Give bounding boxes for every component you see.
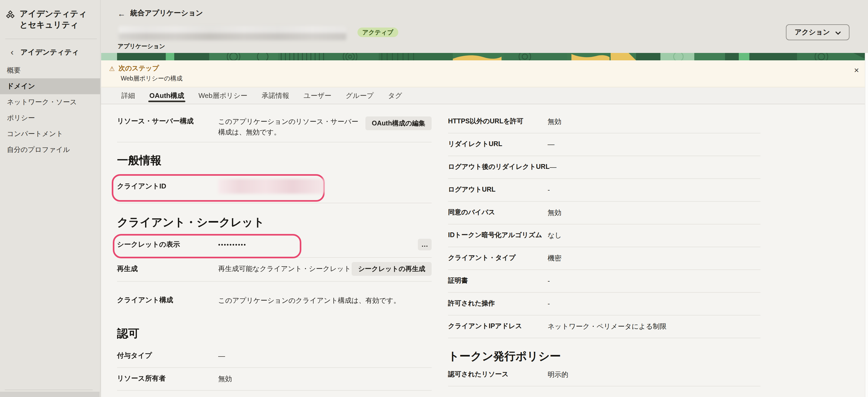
sidebar-item-compartments[interactable]: コンパートメント <box>0 126 100 142</box>
sidebar-header: アイデンティティとセキュリティ <box>0 0 100 31</box>
tab-tags[interactable]: タグ <box>388 87 402 104</box>
status-badge: アクティブ <box>358 28 398 37</box>
vertical-scrollbar[interactable] <box>865 53 868 397</box>
sidebar-back-link[interactable]: ‹ アイデンティティ <box>0 39 100 62</box>
client-id-row: クライアントID <box>117 174 432 199</box>
client-secret-heading: クライアント・シークレット <box>117 215 432 230</box>
row-value: 再生成可能なクライアント・シークレット <box>218 264 352 274</box>
row-value: — <box>218 351 432 362</box>
sidebar: アイデンティティとセキュリティ ‹ アイデンティティ 概要 ドメイン ネットワー… <box>0 0 101 397</box>
decorative-banner <box>101 53 868 60</box>
logout-url-row: ログアウトURL - <box>448 179 761 201</box>
row-value: 無効 <box>218 374 432 384</box>
identity-security-icon <box>6 10 15 31</box>
regenerate-secret-button[interactable]: シークレットの再生成 <box>352 262 432 276</box>
breadcrumb-back-link[interactable]: ← 統合アプリケーション <box>118 8 203 18</box>
tab-bar: 詳細 OAuth構成 Web層ポリシー 承諾情報 ユーザー グループ タグ <box>101 87 868 104</box>
row-label: 許可された操作 <box>448 299 548 308</box>
row-label: 再生成 <box>117 264 218 274</box>
client-ip-row: クライアントIPアドレス ネットワーク・ペリメータによる制限 <box>448 316 761 338</box>
row-value: - <box>548 276 761 286</box>
row-label: クライアントID <box>117 181 218 191</box>
tab-web-tier-policy[interactable]: Web層ポリシー <box>198 87 247 104</box>
row-label: クライアント・タイプ <box>448 253 548 263</box>
row-label: ログアウトURL <box>448 185 548 194</box>
warning-icon: ⚠ <box>109 65 115 72</box>
row-value: なし <box>548 230 761 241</box>
url-settings-panel: HTTPS以外のURLを許可 無効 リダイレクトURL — ログアウト後のリダイ… <box>448 109 761 387</box>
page-header: ← 統合アプリケーション アクティブ アプリケーション アクション <box>101 0 868 53</box>
row-value: このアプリケーションのリソース・サーバー構成は、無効です。 <box>218 117 364 138</box>
row-value: 機密 <box>548 253 761 264</box>
post-logout-redirect-url-row: ログアウト後のリダイレクトURL — <box>448 156 761 178</box>
tab-details[interactable]: 詳細 <box>121 87 135 104</box>
alert-title: 次のステップ <box>119 64 159 73</box>
client-type-row: クライアント・タイプ 機密 <box>448 247 761 269</box>
entity-type-label: アプリケーション <box>118 42 165 50</box>
oauth-config-panel: リソース・サーバー構成 このアプリケーションのリソース・サーバー構成は、無効です… <box>117 109 432 397</box>
alert-message-link[interactable]: Web層ポリシーの構成 <box>121 75 182 82</box>
row-label: リダイレクトURL <box>448 139 548 149</box>
sidebar-item-overview[interactable]: 概要 <box>0 62 100 78</box>
sidebar-nav: 概要 ドメイン ネットワーク・ソース ポリシー コンパートメント 自分のプロファ… <box>0 62 100 158</box>
row-label: HTTPS以外のURLを許可 <box>448 117 548 126</box>
authorization-rows: 付与タイプ — リソース所有者 無効 クライアント資格証明 有効 <box>117 345 432 397</box>
bypass-consent-row: 同意のバイパス 無効 <box>448 202 761 224</box>
back-arrow-icon: ← <box>118 9 125 18</box>
row-value: — <box>550 162 761 172</box>
resource-server-row: リソース・サーバー構成 このアプリケーションのリソース・サーバー構成は、無効です… <box>117 109 432 142</box>
row-label: リソース・サーバー構成 <box>117 117 218 126</box>
resource-owner-row: リソース所有者 無効 <box>117 368 432 390</box>
sidebar-item-domains[interactable]: ドメイン <box>0 78 100 94</box>
actions-button[interactable]: アクション <box>786 24 849 40</box>
secret-actions-menu-button[interactable]: … <box>418 239 432 251</box>
row-value: — <box>548 139 761 150</box>
row-value: 無効 <box>548 117 761 127</box>
row-label: IDトークン暗号化アルゴリズム <box>448 230 548 240</box>
row-label: リソース所有者 <box>117 374 218 383</box>
grant-type-row: 付与タイプ — <box>117 345 432 367</box>
row-label: 同意のバイパス <box>448 207 548 217</box>
regenerate-row: 再生成 再生成可能なクライアント・シークレット シークレットの再生成 <box>117 258 432 281</box>
breadcrumb-back-label: 統合アプリケーション <box>130 8 203 18</box>
main-region: ← 統合アプリケーション アクティブ アプリケーション アクション <box>101 0 868 397</box>
row-label: 付与タイプ <box>117 351 218 361</box>
row-label: 認可されたリソース <box>448 369 548 379</box>
row-value: - <box>548 185 761 195</box>
row-label: シークレットの表示 <box>117 240 218 249</box>
row-value: ネットワーク・ペリメータによる制限 <box>548 321 761 332</box>
tab-consent-info[interactable]: 承諾情報 <box>261 87 289 104</box>
row-value: 無効 <box>548 207 761 218</box>
client-config-row: クライアント構成 このアプリケーションのクライアント構成は、有効です。 <box>117 282 432 313</box>
chevron-left-icon: ‹ <box>10 50 13 55</box>
authorized-resources-row: 認可されたリソース 明示的 <box>448 364 761 386</box>
sidebar-item-network-sources[interactable]: ネットワーク・ソース <box>0 94 100 110</box>
divider <box>448 338 761 338</box>
tab-oauth-config[interactable]: OAuth構成 <box>149 87 184 104</box>
allow-non-https-row: HTTPS以外のURLを許可 無効 <box>448 109 761 133</box>
masked-secret-value: •••••••••• <box>218 239 418 250</box>
divider <box>117 203 432 203</box>
page-root: アイデンティティとセキュリティ ‹ アイデンティティ 概要 ドメイン ネットワー… <box>0 0 868 397</box>
sidebar-item-my-profile[interactable]: 自分のプロファイル <box>0 142 100 158</box>
tab-content: リソース・サーバー構成 このアプリケーションのリソース・サーバー構成は、無効です… <box>101 104 868 397</box>
sidebar-bottom-divider <box>5 390 93 390</box>
row-label: クライアントIPアドレス <box>448 321 548 331</box>
allowed-operations-row: 許可された操作 - <box>448 293 761 315</box>
tab-groups[interactable]: グループ <box>346 87 374 104</box>
chevron-down-icon <box>835 28 841 36</box>
sidebar-bottom-panel <box>0 392 99 397</box>
certificate-row: 証明書 - <box>448 270 761 292</box>
row-label: ログアウト後のリダイレクトURL <box>448 162 550 171</box>
row-value: 明示的 <box>548 369 761 380</box>
divider <box>448 386 761 387</box>
application-title-redacted <box>119 26 346 40</box>
redirect-url-row: リダイレクトURL — <box>448 133 761 156</box>
general-info-heading: 一般情報 <box>117 153 432 168</box>
alert-title-row: ⚠ 次のステップ <box>109 64 159 73</box>
close-icon[interactable]: × <box>854 66 859 75</box>
tab-users[interactable]: ユーザー <box>304 87 331 104</box>
edit-oauth-config-button[interactable]: OAuth構成の編集 <box>365 117 432 130</box>
row-value: - <box>548 299 761 309</box>
sidebar-item-policies[interactable]: ポリシー <box>0 110 100 126</box>
